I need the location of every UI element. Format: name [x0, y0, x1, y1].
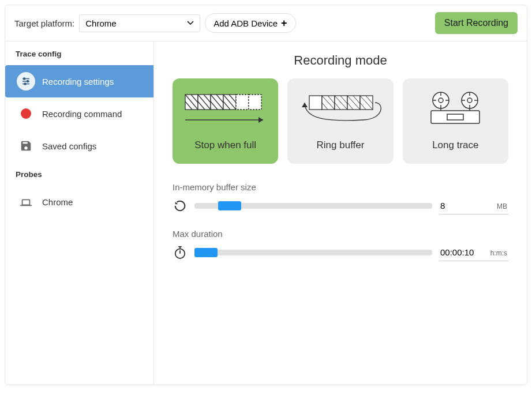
svg-rect-10 — [236, 95, 249, 110]
svg-rect-55 — [447, 114, 463, 120]
svg-point-43 — [439, 98, 443, 103]
max-duration-label: Max duration — [173, 229, 508, 239]
sidebar-item-label: Recording command — [42, 109, 122, 119]
record-icon — [17, 104, 35, 123]
card-stop-when-full[interactable]: Stop when full — [173, 78, 278, 164]
buffer-size-group: In-memory buffer size 8 MB — [173, 182, 508, 215]
trace-config-heading: Trace config — [5, 42, 153, 65]
card-label: Stop when full — [194, 140, 256, 151]
laptop-icon — [17, 193, 35, 211]
sidebar-item-chrome[interactable]: Chrome — [5, 186, 153, 218]
svg-point-5 — [24, 83, 26, 85]
ring-buffer-illustration-icon — [294, 89, 387, 129]
top-toolbar: Target platform: Chrome Add ADB Device +… — [5, 5, 527, 42]
buffer-size-label: In-memory buffer size — [173, 182, 508, 192]
recording-mode-title: Recording mode — [173, 53, 508, 68]
reset-icon[interactable] — [173, 197, 188, 215]
stop-full-illustration-icon — [179, 89, 272, 129]
sidebar-item-label: Chrome — [42, 197, 73, 207]
card-label: Ring buffer — [317, 140, 365, 151]
sidebar-item-recording-command[interactable]: Recording command — [5, 97, 153, 130]
max-duration-slider[interactable] — [194, 250, 432, 255]
stopwatch-icon[interactable] — [173, 243, 188, 262]
svg-point-1 — [24, 78, 25, 80]
svg-point-3 — [27, 81, 29, 82]
slider-thumb[interactable] — [194, 248, 218, 257]
add-adb-device-button[interactable]: Add ADB Device + — [205, 13, 295, 33]
card-ring-buffer[interactable]: Ring buffer — [287, 78, 393, 164]
long-trace-illustration-icon — [415, 89, 496, 129]
probes-heading: Probes — [5, 162, 153, 186]
main-panel: Recording mode — [154, 42, 527, 385]
max-duration-unit: h:m:s — [490, 249, 507, 257]
max-duration-input[interactable]: 00:00:10 h:m:s — [439, 244, 508, 261]
max-duration-value: 00:00:10 — [440, 247, 474, 257]
target-platform-label: Target platform: — [14, 18, 74, 28]
start-recording-button[interactable]: Start Recording — [435, 12, 518, 34]
card-label: Long trace — [432, 140, 478, 151]
buffer-size-input[interactable]: 8 MB — [439, 197, 508, 214]
recording-mode-cards: Stop when full — [173, 78, 508, 164]
sidebar-item-label: Saved configs — [42, 141, 96, 151]
svg-rect-25 — [309, 96, 322, 110]
svg-point-58 — [175, 249, 185, 259]
target-platform-select[interactable]: Chrome — [79, 14, 200, 32]
buffer-size-slider[interactable] — [194, 203, 432, 209]
sliders-icon — [17, 72, 35, 91]
sidebar-item-recording-settings[interactable]: Recording settings — [5, 65, 153, 97]
plus-icon: + — [281, 18, 287, 28]
add-adb-device-label: Add ADB Device — [213, 18, 278, 28]
buffer-size-value: 8 — [440, 201, 445, 210]
max-duration-group: Max duration 00:00:10 — [173, 229, 508, 262]
slider-thumb[interactable] — [218, 201, 241, 210]
save-icon — [17, 137, 35, 155]
sidebar-item-saved-configs[interactable]: Saved configs — [5, 130, 153, 162]
sidebar: Trace config Recording settings Recordin… — [5, 42, 154, 385]
sidebar-item-label: Recording settings — [42, 77, 114, 86]
buffer-size-unit: MB — [497, 202, 507, 210]
card-long-trace[interactable]: Long trace — [403, 78, 508, 164]
svg-rect-11 — [249, 95, 261, 110]
svg-point-49 — [467, 98, 472, 103]
